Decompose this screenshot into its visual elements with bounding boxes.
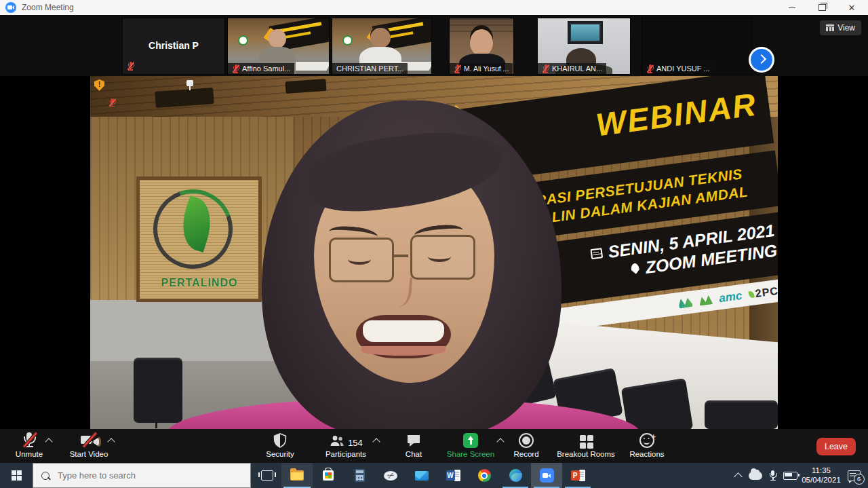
taskbar-store[interactable] bbox=[313, 463, 344, 488]
breakout-rooms-label: Breakout Rooms bbox=[557, 450, 615, 458]
participant-label: CHRISTIAN PERT... bbox=[332, 63, 408, 74]
muted-mic-icon bbox=[232, 64, 239, 73]
record-button[interactable]: Record bbox=[503, 431, 549, 462]
taskbar-zoom[interactable] bbox=[531, 463, 562, 488]
participant-label: KHAIRUL AN... bbox=[538, 63, 606, 74]
tray-clock[interactable]: 11:35 05/04/2021 bbox=[800, 466, 842, 485]
microsoft-store-icon bbox=[323, 470, 334, 481]
location-pin-icon bbox=[631, 263, 640, 274]
participants-options-caret[interactable] bbox=[372, 438, 380, 445]
main-speaker-video: PERTALINDO WEBINAR INTEGRASI PERSETUJUAN… bbox=[90, 76, 778, 429]
picture-frame bbox=[568, 21, 603, 44]
mail-icon bbox=[415, 471, 429, 481]
security-button[interactable]: Security bbox=[252, 431, 309, 462]
chat-label: Chat bbox=[406, 450, 422, 458]
reactions-icon: + bbox=[639, 433, 654, 448]
taskbar-edge[interactable] bbox=[500, 463, 531, 488]
tray-battery[interactable] bbox=[780, 463, 800, 488]
unmute-button[interactable]: Unmute bbox=[3, 431, 56, 462]
task-view-icon bbox=[261, 470, 273, 481]
unmute-label: Unmute bbox=[16, 450, 43, 458]
participant-label: M. Ali Yusuf ... bbox=[450, 63, 513, 74]
banner-title: WEBINAR bbox=[593, 86, 759, 144]
share-screen-label: Share Screen bbox=[447, 450, 494, 458]
record-icon bbox=[519, 433, 534, 448]
participant-label: Affino Samul... bbox=[228, 63, 294, 74]
pertalindo-leaf-icon bbox=[175, 195, 219, 252]
minimize-button[interactable] bbox=[777, 0, 807, 15]
start-video-label: Start Video bbox=[70, 450, 108, 458]
share-screen-icon bbox=[463, 433, 478, 448]
participant-tile[interactable]: ANDI YUSUF ... bbox=[642, 18, 752, 75]
taskbar-file-explorer[interactable] bbox=[281, 463, 313, 488]
reactions-button[interactable]: + Reactions bbox=[621, 431, 673, 462]
edge-icon bbox=[509, 469, 522, 482]
participant-tile[interactable]: CHRISTIAN PERT... bbox=[332, 18, 432, 75]
gallery-view-icon bbox=[826, 24, 834, 31]
video-options-caret[interactable] bbox=[107, 438, 115, 445]
tray-expand-button[interactable] bbox=[730, 463, 746, 488]
picture bbox=[571, 24, 599, 41]
participant-name: Christian P bbox=[123, 40, 224, 51]
leave-button[interactable]: Leave bbox=[816, 438, 856, 455]
windows-taskbar: W P 11:35 05/04/2021 6 bbox=[0, 463, 868, 488]
speaker-teeth bbox=[363, 320, 444, 342]
close-button[interactable]: ✕ bbox=[837, 0, 867, 15]
start-video-button[interactable]: Start Video bbox=[60, 431, 118, 462]
muted-mic-icon bbox=[646, 64, 654, 73]
participant-name: KHAIRUL AN... bbox=[552, 64, 602, 73]
reactions-label: Reactions bbox=[629, 450, 664, 458]
participant-tile[interactable]: KHAIRUL AN... bbox=[537, 18, 631, 75]
chat-button[interactable]: Chat bbox=[392, 431, 435, 462]
participant-filmstrip: Christian P Affino Samul... bbox=[0, 15, 868, 76]
participants-icon bbox=[329, 433, 345, 448]
view-button[interactable]: View bbox=[820, 20, 861, 35]
taskbar-calculator[interactable] bbox=[344, 463, 375, 488]
participant-label: ANDI YUSUF ... bbox=[642, 63, 714, 74]
chat-icon bbox=[406, 433, 421, 448]
search-input[interactable] bbox=[56, 470, 229, 481]
start-button[interactable] bbox=[0, 463, 33, 488]
logo-thumb bbox=[238, 35, 248, 45]
window-title: Zoom Meeting bbox=[22, 3, 74, 12]
tray-onedrive[interactable] bbox=[746, 463, 765, 488]
notification-icon: 6 bbox=[848, 470, 861, 481]
taskbar-powerpoint[interactable]: P bbox=[562, 463, 593, 488]
logo-thumb bbox=[342, 35, 353, 45]
chrome-icon bbox=[478, 469, 491, 482]
sponsor-logo-icon bbox=[678, 297, 693, 308]
share-screen-button[interactable]: Share Screen bbox=[439, 431, 502, 462]
participant-tile[interactable]: Christian P bbox=[122, 18, 225, 75]
tray-time: 11:35 bbox=[800, 466, 842, 475]
taskbar-snipping-tool[interactable] bbox=[375, 463, 406, 488]
sponsor-2pc-logo: 2PC bbox=[748, 284, 778, 301]
file-explorer-icon bbox=[290, 470, 304, 481]
powerpoint-icon: P bbox=[571, 470, 585, 481]
taskbar-word[interactable]: W bbox=[437, 463, 469, 488]
taskbar-chrome[interactable] bbox=[469, 463, 500, 488]
tray-microphone[interactable] bbox=[765, 463, 780, 488]
participant-tile[interactable]: M. Ali Yusuf ... bbox=[449, 18, 514, 75]
participants-button[interactable]: 154 Participants bbox=[309, 431, 383, 462]
participant-face bbox=[370, 28, 391, 48]
chevron-up-icon bbox=[734, 472, 743, 481]
security-label: Security bbox=[266, 450, 294, 458]
notification-badge: 6 bbox=[854, 474, 865, 485]
shield-icon bbox=[273, 433, 287, 448]
participant-tile[interactable]: Affino Samul... bbox=[227, 18, 330, 75]
speaker-lip bbox=[361, 346, 446, 356]
taskbar-mail[interactable] bbox=[406, 463, 437, 488]
muted-mic-icon bbox=[127, 62, 134, 70]
action-center-button[interactable]: 6 bbox=[844, 463, 864, 488]
mic-muted-icon bbox=[22, 432, 37, 448]
next-participants-button[interactable] bbox=[749, 47, 774, 73]
participant-face bbox=[470, 29, 493, 56]
calendar-icon bbox=[590, 248, 603, 259]
mic-options-caret[interactable] bbox=[45, 438, 52, 445]
speaker-glasses-bridge bbox=[393, 255, 408, 257]
speaker-eye bbox=[428, 251, 451, 262]
breakout-rooms-button[interactable]: Breakout Rooms bbox=[551, 431, 621, 462]
taskbar-search[interactable] bbox=[33, 463, 251, 488]
task-view-button[interactable] bbox=[252, 463, 282, 488]
restore-button[interactable] bbox=[807, 0, 837, 15]
